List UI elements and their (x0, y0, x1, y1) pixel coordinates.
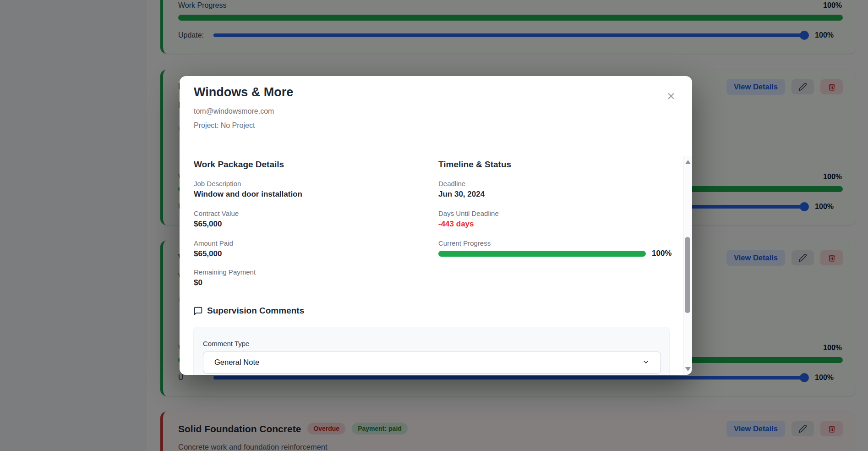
scroll-down-arrow-icon[interactable] (685, 367, 691, 371)
scrollbar-thumb[interactable] (685, 237, 690, 313)
contractor-email: tom@windowsmore.com (194, 107, 274, 116)
comment-type-select[interactable]: General Note (203, 352, 661, 374)
header-divider (180, 156, 692, 156)
field-label: Amount Paid (194, 239, 233, 247)
timeline-status-heading: Timeline & Status (438, 160, 511, 170)
field-label: Days Until Deadline (438, 209, 499, 217)
field-label: Job Description (194, 180, 241, 187)
supervision-comments-heading: Supervision Comments (207, 306, 304, 316)
modal-title: Windows & More (194, 85, 293, 99)
current-progress-bar (438, 251, 646, 257)
field-value: $0 (194, 278, 202, 287)
field-label: Deadline (438, 180, 465, 187)
field-value: Jun 30, 2024 (438, 190, 485, 199)
field-label: Remaining Payment (194, 268, 256, 276)
comment-form-panel: Comment Type General Note (193, 327, 670, 375)
days-until-deadline-value: -443 days (438, 220, 474, 229)
contractor-details-modal: Windows & More tom@windowsmore.com Proje… (180, 76, 692, 375)
modal-scrollbar[interactable] (683, 156, 692, 375)
project-line: Project: No Project (194, 121, 255, 130)
field-value: $65,000 (194, 249, 222, 258)
close-icon[interactable]: ✕ (664, 89, 678, 104)
field-label: Current Progress (438, 239, 491, 247)
section-divider (194, 289, 678, 289)
scroll-up-arrow-icon[interactable] (685, 160, 691, 164)
field-value: $65,000 (194, 220, 222, 229)
comment-bubble-icon (193, 306, 203, 316)
field-label: Contract Value (194, 209, 239, 217)
work-package-details-heading: Work Package Details (194, 160, 284, 170)
field-value: Window and door installation (194, 190, 302, 199)
chevron-down-icon (642, 358, 650, 366)
comment-type-label: Comment Type (203, 340, 249, 347)
current-progress-percent: 100% (652, 249, 671, 258)
comment-type-value: General Note (214, 358, 259, 367)
